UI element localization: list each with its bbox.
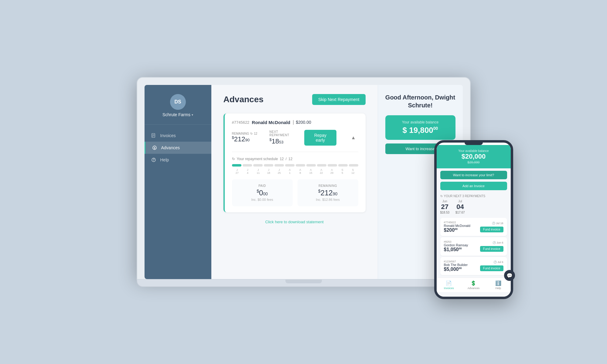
advance-name: Ronald McDonald <box>252 120 290 125</box>
repay-early-button[interactable]: Repay early <box>304 130 336 146</box>
invoice-3-date: 🕐 Jul 6 <box>493 261 503 264</box>
next-repayment-amount: $1853 <box>269 137 292 145</box>
invoice-1-id: #7745622 <box>444 221 470 224</box>
next-repayment-stat: NEXT REPAYMENT $1853 <box>269 130 292 145</box>
collapse-chevron-button[interactable]: ▲ <box>349 134 358 142</box>
skip-next-repayment-button[interactable]: Skip Next Repayment <box>312 94 365 105</box>
remaining-icon: ↻ <box>250 132 253 135</box>
invoice-3-details: #1234567 Bob The Builder $5,00000 <box>444 260 468 272</box>
paid-box: PAID $000 Inc. $0.00 fees <box>232 179 293 206</box>
date-3: J11 <box>253 168 264 174</box>
invoice-3-name: Bob The Builder <box>444 263 468 267</box>
mobile-balance-label: Your available balance <box>442 149 506 153</box>
schedule-section: ↻ Your repayment schedule 12 / 12 <box>232 152 358 174</box>
invoice-icon <box>151 133 157 139</box>
remaining-label: REMAINING <box>232 132 249 135</box>
advance-card: #7745622 Ronald McDonald | $200.00 REMAI… <box>223 113 366 212</box>
date-6: A1 <box>285 168 295 174</box>
page-title: Advances <box>223 95 264 104</box>
mobile-nav-invoices[interactable]: 📄 Invoices <box>437 280 461 290</box>
paid-fees: Inc. $0.00 fees <box>238 198 287 201</box>
invoice-2-date: 🕐 Jun 6 <box>493 241 503 244</box>
date-8: A15 <box>305 168 316 174</box>
mobile-invoices-icon: 📄 <box>446 280 452 286</box>
mobile-invoice-item-1: #7745622 Ronald McDonald $20000 🕐 Jul 16… <box>440 218 507 236</box>
invoice-3-amount: $5,00000 <box>444 267 468 272</box>
mobile-notch <box>465 143 483 145</box>
timeline-dates: J27 J4 J11 J18 J25 A1 A8 A15 A22 A29 S5 … <box>232 168 358 174</box>
sidebar-item-invoices[interactable]: Invoices <box>145 130 211 142</box>
mobile-next-repayments-label: ↻ YOUR NEXT 3 REPAYMENTS <box>437 193 511 200</box>
laptop-screen: DS Schrute Farms Invoices <box>145 85 463 279</box>
help-icon: ? <box>151 157 157 163</box>
mobile-frame: Your available balance $20,000 $20,000 W… <box>434 140 513 299</box>
date-4: J18 <box>264 168 274 174</box>
fund-invoice-3-button[interactable]: Fund invoice <box>480 265 503 271</box>
sidebar-item-advances[interactable]: $ Advances <box>145 142 211 154</box>
repay-amount-jul: $17.67 <box>455 211 465 214</box>
remaining-stat: REMAINING ↻ 12 $21290 <box>232 132 257 143</box>
main-content: Advances Skip Next Repayment #7745622 Ro… <box>211 85 378 279</box>
timeline-segment-12 <box>349 164 358 167</box>
date-12: S12 <box>348 168 358 174</box>
balance-label: Your available balance <box>391 120 449 124</box>
mobile-help-icon: ℹ️ <box>495 280 501 286</box>
remaining-amount: $21290 <box>232 135 257 143</box>
advances-icon: $ <box>152 145 158 151</box>
remaining-count: 12 <box>254 132 257 135</box>
sidebar-item-label-invoices: Invoices <box>160 133 176 138</box>
laptop-base <box>137 280 471 287</box>
timeline-segment-10 <box>328 164 337 167</box>
chat-bubble-button[interactable]: 💬 <box>504 270 515 281</box>
sidebar-item-help[interactable]: ? Help <box>145 154 211 166</box>
date-11: S5 <box>337 168 348 174</box>
mobile-invoice-item-3: #1234567 Bob The Builder $5,00000 🕐 Jul … <box>440 257 507 275</box>
fund-invoice-1-button[interactable]: Fund invoice <box>480 227 503 232</box>
timeline-segment-5 <box>275 164 284 167</box>
balance-amount: $ 19,80000 <box>391 126 449 135</box>
invoice-3-actions: 🕐 Jul 6 Fund invoice <box>480 261 503 271</box>
advance-id: #7745622 <box>232 120 250 125</box>
invoice-2-actions: 🕐 Jun 6 Fund invoice <box>480 241 503 252</box>
mobile-frame-wrapper: Your available balance $20,000 $20,000 W… <box>434 140 513 299</box>
invoice-1-actions: 🕐 Jul 16 Fund invoice <box>480 222 503 232</box>
remaining-box: REMAINING $21290 Inc. $12.86 fees <box>298 179 358 206</box>
timeline-segment-4 <box>264 164 273 167</box>
mobile-nav-advances[interactable]: 💲 Advances <box>461 280 486 290</box>
timeline-segment-8 <box>306 164 316 167</box>
mobile-increase-limit-button[interactable]: Want to increase your limit? <box>440 171 507 179</box>
laptop-notch <box>285 280 322 283</box>
date-9: A22 <box>316 168 327 174</box>
remaining2-label: REMAINING <box>304 184 352 187</box>
svg-text:?: ? <box>152 158 154 162</box>
mobile-advances-icon: 💲 <box>470 280 476 286</box>
mobile-balance-amount: $20,000 <box>442 153 506 160</box>
paid-amount: $000 <box>238 189 287 197</box>
repay-date-jul: Jul 04 $17.67 <box>455 200 465 214</box>
invoice-2-details: #8253 Gordon Ramsay $1,05000 <box>444 240 468 252</box>
sidebar-item-label-help: Help <box>160 157 169 162</box>
invoice-2-amount: $1,05000 <box>444 247 468 252</box>
timeline-segment-3 <box>253 164 263 167</box>
mobile-nav-help[interactable]: ℹ️ Help <box>486 280 510 290</box>
svg-text:$: $ <box>154 147 155 150</box>
invoice-2-name: Gordon Ramsay <box>444 243 468 247</box>
date-2: J4 <box>242 168 253 174</box>
timeline-bar <box>232 164 358 167</box>
repay-date-jun: Jun 27 $18.53 <box>440 200 450 214</box>
timeline-segment-2 <box>243 164 252 167</box>
invoice-1-details: #7745622 Ronald McDonald $20000 <box>444 221 470 233</box>
mobile-repay-dates: Jun 27 $18.53 Jul 04 $17.67 <box>437 200 511 217</box>
mobile-balance-original: $20,000 <box>442 160 506 164</box>
schedule-label: ↻ Your repayment schedule 12 / 12 <box>232 157 358 161</box>
payment-summary: PAID $000 Inc. $0.00 fees REMAINING $212… <box>232 179 358 206</box>
balance-card: Your available balance $ 19,80000 <box>385 115 455 140</box>
download-statement-link[interactable]: Click here to download statement <box>223 220 366 224</box>
invoice-3-id: #1234567 <box>444 260 468 263</box>
advance-card-header: #7745622 Ronald McDonald | $200.00 <box>232 120 358 125</box>
company-name[interactable]: Schrute Farms <box>162 112 193 117</box>
mobile-add-invoice-button[interactable]: Add an Invoice <box>440 182 507 190</box>
date-1: J27 <box>232 168 243 174</box>
sidebar: DS Schrute Farms Invoices <box>145 85 211 279</box>
fund-invoice-2-button[interactable]: Fund invoice <box>480 246 503 252</box>
